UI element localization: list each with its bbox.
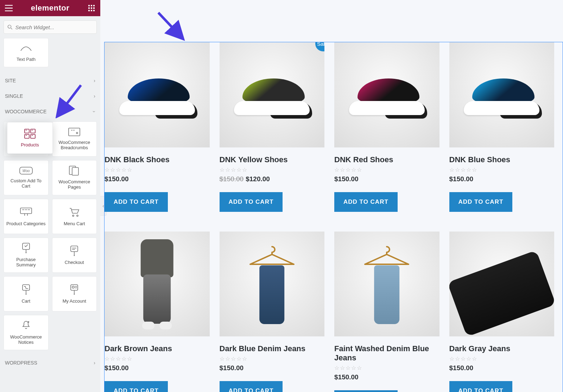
svg-rect-3 bbox=[88, 7, 90, 9]
product-image[interactable] bbox=[334, 42, 439, 147]
editor-canvas[interactable]: DNK Black Shoes☆☆☆☆☆$150.00ADD TO CARTSa… bbox=[100, 0, 563, 392]
add-to-cart-button[interactable]: ADD TO CART bbox=[220, 192, 283, 212]
svg-rect-0 bbox=[88, 5, 90, 6]
chevron-right-icon: › bbox=[94, 360, 95, 366]
product-title[interactable]: DNK Yellow Shoes bbox=[220, 155, 325, 164]
widget-text-path[interactable]: Text Path bbox=[4, 38, 49, 67]
notices-icon bbox=[21, 320, 31, 331]
add-to-cart-button[interactable]: ADD TO CART bbox=[334, 192, 398, 212]
widget-purchase-summary[interactable]: Purchase Summary bbox=[4, 238, 49, 273]
widget-label: Purchase Summary bbox=[6, 257, 46, 267]
widget-products-dragging[interactable]: Products bbox=[7, 122, 53, 154]
svg-rect-7 bbox=[91, 10, 92, 11]
product-image[interactable] bbox=[220, 232, 325, 337]
add-to-cart-button[interactable]: ADD TO CART bbox=[449, 381, 513, 392]
svg-rect-20 bbox=[20, 208, 32, 214]
add-to-cart-button[interactable]: ADD TO CART bbox=[105, 192, 168, 212]
svg-point-24 bbox=[25, 252, 26, 253]
sale-badge: Sale! bbox=[315, 42, 324, 51]
svg-text:Woo: Woo bbox=[22, 169, 30, 173]
product-image[interactable] bbox=[334, 232, 439, 337]
product-title[interactable]: DNK Black Shoes bbox=[105, 155, 210, 164]
app-logo: elementor bbox=[14, 4, 86, 13]
summary-icon bbox=[21, 243, 31, 253]
widget-woocommerce-breadcrumbs[interactable]: WooCommerce Breadcrumbs bbox=[52, 121, 97, 157]
widget-label: Custom Add To Cart bbox=[6, 178, 46, 189]
add-to-cart-button[interactable]: ADD TO CART bbox=[449, 192, 513, 212]
product-image[interactable] bbox=[449, 42, 555, 147]
product-card: DNK Red Shoes☆☆☆☆☆$150.00ADD TO CART bbox=[334, 42, 439, 212]
sidebar-header: elementor bbox=[0, 0, 100, 16]
product-rating: ☆☆☆☆☆ bbox=[334, 166, 439, 173]
widget-cart[interactable]: Cart bbox=[4, 276, 49, 311]
svg-rect-5 bbox=[93, 7, 95, 9]
add-to-cart-button[interactable]: ADD TO CART bbox=[105, 381, 168, 392]
grid-icon bbox=[88, 5, 95, 11]
product-card: Dark Blue Denim Jeans☆☆☆☆☆$150.00ADD TO … bbox=[220, 232, 325, 392]
product-grid: DNK Black Shoes☆☆☆☆☆$150.00ADD TO CARTSa… bbox=[105, 42, 554, 392]
svg-point-22 bbox=[77, 215, 78, 216]
product-title[interactable]: Dark Gray Jeans bbox=[449, 344, 555, 353]
widget-label: WooCommerce Breadcrumbs bbox=[55, 140, 95, 150]
svg-rect-1 bbox=[91, 5, 92, 6]
svg-point-30 bbox=[72, 286, 74, 288]
add-to-cart-button[interactable]: ADD TO CART bbox=[220, 381, 283, 392]
product-card: Faint Washed Denim Blue Jeans☆☆☆☆☆$150.0… bbox=[334, 232, 439, 392]
product-image[interactable] bbox=[105, 42, 210, 147]
widget-custom-add-to-cart[interactable]: WooCustom Add To Cart bbox=[4, 160, 49, 195]
category-wordpress[interactable]: WORDPRESS › bbox=[4, 355, 97, 371]
product-rating: ☆☆☆☆☆ bbox=[449, 166, 555, 173]
chevron-down-icon: › bbox=[92, 111, 97, 113]
product-title[interactable]: DNK Blue Shoes bbox=[449, 155, 555, 164]
menu-button[interactable] bbox=[4, 3, 14, 13]
svg-rect-6 bbox=[88, 10, 90, 11]
search-input[interactable] bbox=[15, 24, 93, 30]
svg-rect-4 bbox=[91, 7, 92, 9]
cart-panel-icon bbox=[21, 284, 31, 295]
product-image[interactable] bbox=[105, 232, 210, 337]
svg-rect-33 bbox=[25, 129, 29, 133]
category-label: SITE bbox=[5, 78, 16, 83]
svg-point-9 bbox=[8, 25, 11, 28]
pages-icon bbox=[69, 166, 80, 176]
widget-label: Product Categories bbox=[6, 221, 45, 226]
add-to-cart-button[interactable]: ADD TO CART bbox=[334, 390, 398, 392]
widget-label: Menu Cart bbox=[64, 221, 85, 226]
search-icon bbox=[7, 24, 13, 30]
product-card: DNK Blue Shoes☆☆☆☆☆$150.00ADD TO CART bbox=[449, 42, 555, 212]
search-box[interactable] bbox=[4, 20, 97, 34]
product-price: $150.00 bbox=[334, 373, 439, 381]
text-path-icon bbox=[20, 43, 32, 54]
category-label: WOOCOMMERCE bbox=[5, 109, 46, 114]
product-card: DNK Black Shoes☆☆☆☆☆$150.00ADD TO CART bbox=[105, 42, 210, 212]
product-card: Sale!DNK Yellow Shoes☆☆☆☆☆$150.00$120.00… bbox=[220, 42, 325, 212]
checkout-icon bbox=[69, 246, 79, 256]
svg-rect-27 bbox=[23, 285, 30, 290]
widget-my-account[interactable]: My Account bbox=[52, 276, 97, 311]
widget-woocommerce-notices[interactable]: WooCommerce Notices bbox=[4, 315, 49, 350]
product-rating: ☆☆☆☆☆ bbox=[220, 355, 325, 362]
widget-label: Cart bbox=[21, 298, 30, 304]
widget-product-categories[interactable]: Product Categories bbox=[4, 199, 49, 234]
widget-menu-cart[interactable]: Menu Cart bbox=[52, 199, 97, 234]
widget-grid-button[interactable] bbox=[86, 3, 97, 13]
product-rating: ☆☆☆☆☆ bbox=[334, 365, 439, 371]
product-price: $150.00 bbox=[449, 175, 555, 183]
product-rating: ☆☆☆☆☆ bbox=[105, 355, 210, 362]
widget-label: My Account bbox=[63, 298, 86, 304]
product-image[interactable]: Sale! bbox=[220, 42, 325, 147]
search-wrap bbox=[0, 16, 100, 38]
product-title[interactable]: Dark Brown Jeans bbox=[105, 344, 210, 353]
category-label: SINGLE bbox=[5, 93, 23, 99]
widget-woocommerce-pages[interactable]: WooCommerce Pages bbox=[52, 160, 97, 195]
product-title[interactable]: Faint Washed Denim Blue Jeans bbox=[334, 344, 439, 362]
product-title[interactable]: DNK Red Shoes bbox=[334, 155, 439, 164]
product-title[interactable]: Dark Blue Denim Jeans bbox=[220, 344, 325, 353]
product-image[interactable] bbox=[449, 232, 555, 337]
products-section[interactable]: DNK Black Shoes☆☆☆☆☆$150.00ADD TO CARTSa… bbox=[104, 42, 563, 392]
widget-checkout[interactable]: Checkout bbox=[52, 238, 97, 273]
svg-rect-8 bbox=[93, 10, 95, 11]
chevron-right-icon: › bbox=[94, 78, 95, 83]
categories-icon bbox=[20, 207, 32, 217]
widget-list[interactable]: Text Path SITE › SINGLE › WOOCOMMERCE › … bbox=[0, 38, 100, 392]
